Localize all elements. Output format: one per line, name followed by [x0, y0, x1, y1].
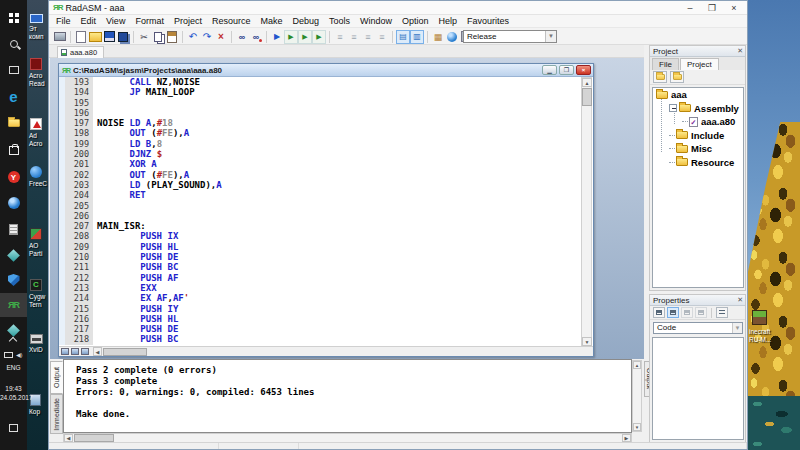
code-text[interactable]: [93, 108, 97, 118]
code-text[interactable]: DJNZ $: [93, 149, 162, 159]
menu-item-favourites[interactable]: Favourites: [462, 16, 514, 26]
indent-3-button[interactable]: ≡: [361, 30, 375, 44]
menu-item-make[interactable]: Make: [255, 16, 287, 26]
code-text[interactable]: PUSH AF: [93, 273, 178, 283]
code-text[interactable]: EX AF,AF': [93, 293, 189, 303]
code-text[interactable]: [93, 201, 97, 211]
expand-tree-button[interactable]: [670, 71, 684, 83]
scroll-right-icon[interactable]: ▶: [622, 434, 631, 442]
doc-close-button[interactable]: ×: [576, 65, 591, 75]
desktop-icon-adobe[interactable]: AdAcro: [29, 118, 48, 148]
menu-item-window[interactable]: Window: [355, 16, 397, 26]
defender-icon[interactable]: [0, 268, 27, 292]
tab-aaa-a80[interactable]: aaa.a80: [57, 46, 104, 58]
doc-restore-button[interactable]: ❐: [559, 65, 574, 75]
viewer-3d-icon[interactable]: [0, 243, 27, 267]
editor-split-icon[interactable]: [71, 348, 79, 355]
expander-minus-icon[interactable]: [669, 104, 677, 112]
desktop-icon-pc[interactable]: Эткомп: [29, 14, 48, 41]
menu-item-option[interactable]: Option: [397, 16, 434, 26]
menu-item-project[interactable]: Project: [169, 16, 207, 26]
tree-item-resource[interactable]: Resource: [653, 156, 743, 170]
menu-item-resource[interactable]: Resource: [207, 16, 256, 26]
code-text[interactable]: MAIN_ISR:: [93, 221, 146, 231]
code-editor[interactable]: 193 CALL NZ,NOISE194 JP MAIN_LOOP1951961…: [59, 77, 593, 347]
editor-vertical-scrollbar[interactable]: ▲ ▼: [581, 77, 592, 347]
scroll-down-icon[interactable]: ▼: [633, 423, 641, 431]
run-button[interactable]: ▶: [270, 30, 284, 44]
replace-button[interactable]: ∞: [249, 30, 263, 44]
code-text[interactable]: PUSH HL: [93, 314, 178, 324]
properties-category-select[interactable]: Code ▼: [653, 322, 743, 334]
indent-2-button[interactable]: ≡: [347, 30, 361, 44]
menu-item-edit[interactable]: Edit: [76, 16, 102, 26]
editor-vscroll-thumb[interactable]: [582, 88, 592, 106]
task-view-icon[interactable]: [0, 58, 27, 82]
print-button[interactable]: [53, 30, 67, 44]
project-tree[interactable]: aaaAssemblyaaa.a80IncludeMiscResource: [652, 87, 744, 288]
properties-content[interactable]: [652, 337, 744, 440]
disabled-layout-button-2[interactable]: [695, 307, 707, 318]
code-text[interactable]: OUT (#FE),A: [93, 128, 189, 138]
disabled-layout-button[interactable]: [681, 307, 693, 318]
close-icon[interactable]: ✕: [737, 47, 743, 55]
close-icon[interactable]: ✕: [737, 296, 743, 304]
sort-button[interactable]: [716, 307, 728, 318]
output-console[interactable]: Pass 2 complete (0 errors)Pass 3 complet…: [63, 359, 632, 433]
undo-button[interactable]: ↶: [186, 30, 200, 44]
minimize-button[interactable]: –: [679, 1, 701, 15]
action-center-icon[interactable]: [9, 424, 18, 432]
minecraft-desktop-icon[interactable]: [752, 310, 767, 325]
save-button[interactable]: [102, 30, 116, 44]
delete-button[interactable]: ×: [214, 30, 228, 44]
code-text[interactable]: LD B,8: [93, 139, 162, 149]
copy-button[interactable]: [151, 30, 165, 44]
browser-globe-icon[interactable]: [0, 191, 27, 215]
tree-item-aaa[interactable]: aaa: [653, 88, 743, 102]
yandex-icon[interactable]: Y: [0, 165, 27, 189]
doc-minimize-button[interactable]: ▁: [542, 65, 557, 75]
chevron-down-icon[interactable]: ▼: [732, 323, 742, 333]
open-file-button[interactable]: [88, 30, 102, 44]
clock-date[interactable]: 24.05.2017: [0, 394, 27, 402]
menu-item-help[interactable]: Help: [434, 16, 463, 26]
output-tab-output[interactable]: Output: [50, 361, 63, 394]
menu-item-file[interactable]: File: [51, 16, 76, 26]
toggle-output-pane-button[interactable]: ▥: [410, 30, 424, 44]
code-text[interactable]: PUSH DE: [93, 252, 178, 262]
menu-item-format[interactable]: Format: [130, 16, 169, 26]
code-text[interactable]: PUSH IY: [93, 304, 178, 314]
code-text[interactable]: PUSH BC: [93, 262, 178, 272]
desktop-icon-cygwin[interactable]: CCygwTern: [29, 279, 48, 309]
redo-button[interactable]: ↷: [200, 30, 214, 44]
code-text[interactable]: EXX: [93, 283, 157, 293]
code-text[interactable]: JP MAIN_LOOP: [93, 87, 195, 97]
clock-time[interactable]: 19:43: [0, 385, 27, 393]
web-help-button[interactable]: [445, 30, 459, 44]
assemble-button[interactable]: ▶: [284, 30, 298, 44]
collapse-tree-button[interactable]: [653, 71, 667, 83]
link-button[interactable]: ▶: [298, 30, 312, 44]
explorer-icon[interactable]: [0, 111, 27, 135]
network-icon[interactable]: [4, 352, 13, 358]
code-text[interactable]: XOR A: [93, 159, 157, 169]
scroll-left-icon[interactable]: ◀: [64, 434, 73, 442]
store-icon[interactable]: [0, 138, 27, 162]
language-indicator[interactable]: ENG: [0, 364, 27, 372]
editor-hscroll-thumb[interactable]: [103, 348, 147, 356]
menu-item-view[interactable]: View: [101, 16, 130, 26]
scroll-up-icon[interactable]: ▲: [582, 78, 592, 87]
editor-marker-icon[interactable]: [81, 348, 89, 355]
menu-item-debug[interactable]: Debug: [287, 16, 324, 26]
chevron-down-icon[interactable]: ▼: [545, 31, 556, 42]
tree-item-aaa-a80[interactable]: aaa.a80: [653, 115, 743, 129]
find-button[interactable]: ∞: [235, 30, 249, 44]
viewer-3d-2-icon[interactable]: [0, 318, 27, 342]
code-text[interactable]: LD (PLAY_SOUND),A: [93, 180, 222, 190]
code-text[interactable]: NOISE LD A,#18: [93, 118, 173, 128]
dock-layout-button[interactable]: [653, 307, 665, 318]
code-text[interactable]: PUSH HL: [93, 242, 178, 252]
desktop-icon-xvid[interactable]: XviD: [29, 334, 48, 354]
code-text[interactable]: PUSH BC: [93, 334, 178, 344]
editor-bookmark-icon[interactable]: [61, 348, 69, 355]
